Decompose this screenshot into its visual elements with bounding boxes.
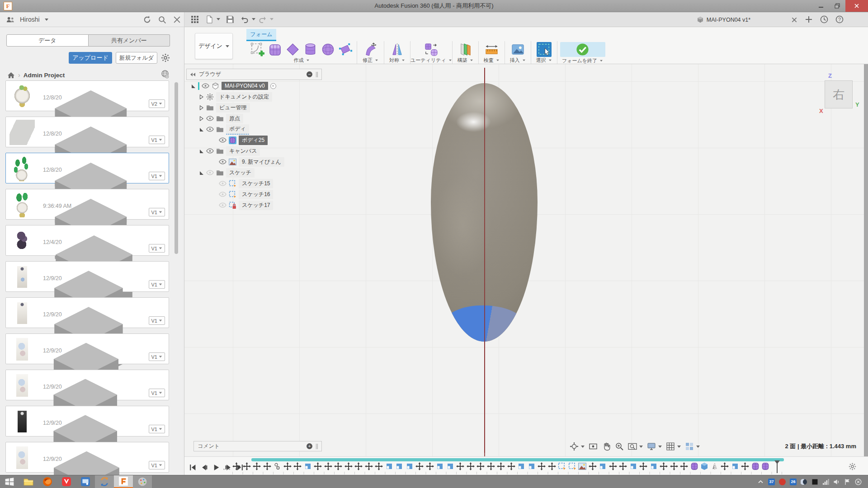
measure-tool-button[interactable] — [484, 42, 499, 57]
toolbar-group-label[interactable]: 作成 — [246, 57, 357, 64]
comment-grip[interactable] — [316, 444, 318, 449]
create-form-button[interactable] — [250, 42, 265, 57]
palette-app-taskbar-button[interactable] — [133, 475, 152, 488]
help-icon[interactable]: ? — [835, 15, 844, 23]
version-chip[interactable]: V1 — [149, 208, 165, 216]
version-chip[interactable]: V1 — [149, 425, 165, 433]
collapse-browser-icon[interactable] — [190, 73, 195, 76]
undo-icon[interactable] — [241, 15, 249, 23]
timeline-feature-move[interactable] — [589, 462, 597, 470]
tface-button[interactable] — [338, 42, 353, 57]
convert-tool-button[interactable] — [424, 42, 439, 57]
history-icon[interactable] — [820, 15, 828, 23]
browser-row[interactable]: スケッチ — [186, 167, 335, 178]
project-card[interactable]: MAI-PYON049:36:49 AMV1 — [5, 189, 169, 220]
flag-icon[interactable] — [844, 479, 851, 485]
version-chip[interactable]: V1 — [149, 136, 165, 144]
sync-app-taskbar-button[interactable] — [95, 475, 114, 488]
toolbar-group-label[interactable]: 修正 — [357, 57, 384, 64]
timeline-feature-mirror[interactable] — [711, 462, 719, 470]
breadcrumb-project[interactable]: Admin Project — [24, 72, 65, 79]
vivaldi-taskbar-button[interactable] — [57, 475, 76, 488]
toolbar-group-label[interactable]: 選択 — [531, 57, 557, 64]
project-card[interactable]: MYPYON-PIN05SP12/9/20V1 — [5, 442, 169, 473]
monitor-app-taskbar-button[interactable] — [76, 475, 95, 488]
timeline-feature-body[interactable] — [761, 462, 769, 470]
project-card[interactable]: MYPYON-PIN04WK12/9/20V1 — [5, 333, 169, 364]
exp-closed-icon[interactable] — [199, 105, 204, 110]
save-icon[interactable] — [226, 15, 234, 23]
browser-row[interactable]: スケッチ15 — [186, 178, 335, 189]
redo-icon[interactable] — [259, 15, 267, 23]
timeline-feature-body[interactable] — [751, 462, 760, 470]
exp-closed-icon[interactable] — [199, 94, 204, 99]
project-card[interactable]: MYPYON-PIN0212/9/20V1 — [5, 261, 169, 292]
project-card[interactable]: MPX0112/4/20V1 — [5, 225, 169, 256]
eye-icon[interactable] — [206, 148, 214, 154]
new-folder-button[interactable]: 新規フォルダ — [116, 52, 157, 64]
browser-row[interactable]: スケッチ17 — [186, 200, 335, 211]
timeline-feature-move[interactable] — [415, 462, 424, 470]
timeline-feature-form[interactable] — [446, 462, 454, 470]
workspace-selector[interactable]: デザイン — [195, 33, 233, 59]
timeline-feature-body[interactable] — [690, 462, 698, 470]
timeline-feature-move[interactable] — [680, 462, 688, 470]
upload-button[interactable]: アップロード — [69, 52, 112, 64]
timeline-feature-move[interactable] — [426, 462, 434, 470]
timeline-feature-move[interactable] — [293, 462, 302, 470]
timeline-feature-move[interactable] — [538, 462, 546, 470]
version-chip[interactable]: V1 — [149, 244, 165, 253]
timeline-feature-move[interactable] — [476, 462, 485, 470]
project-list-scrollbar[interactable] — [175, 82, 178, 254]
speaker-icon[interactable] — [833, 479, 840, 485]
timeline-feature-form[interactable] — [395, 462, 403, 470]
project-card[interactable]: MAI-PYON0212/8/20V1 — [5, 117, 169, 147]
comment-bar[interactable]: コメント + — [193, 441, 322, 451]
tray-badge[interactable]: 37 — [768, 479, 775, 485]
project-card[interactable]: MAI-PYON0112/8/20V2 — [5, 80, 169, 111]
timeline-feature-form[interactable] — [385, 462, 393, 470]
tab-data[interactable]: データ — [6, 34, 89, 47]
insert-image-tool-button[interactable] — [510, 42, 525, 57]
orbit-nav-button[interactable] — [570, 442, 585, 451]
timeline-feature-form[interactable] — [436, 462, 444, 470]
redo-dropdown-caret[interactable] — [270, 18, 274, 20]
timeline-feature-move[interactable] — [487, 462, 495, 470]
timeline-feature-move[interactable] — [497, 462, 505, 470]
tab-shared-members[interactable]: 共有メンバー — [89, 34, 170, 47]
timeline-feature-form[interactable] — [599, 462, 607, 470]
timeline-feature-form[interactable] — [650, 462, 658, 470]
viewcube[interactable]: 右 — [825, 80, 853, 108]
activate-radio[interactable] — [270, 83, 276, 89]
timeline-feature-move[interactable] — [324, 462, 332, 470]
exp-open-icon[interactable] — [199, 127, 204, 132]
timeline-feature-move[interactable] — [507, 462, 515, 470]
construct-tool-button[interactable] — [458, 42, 473, 57]
browser-row[interactable]: ドキュメントの設定 — [186, 91, 335, 102]
timeline-feature-form[interactable] — [731, 462, 739, 470]
eye-icon[interactable] — [206, 170, 214, 175]
settings-gear-icon[interactable] — [161, 53, 170, 62]
timeline-feature-move[interactable] — [456, 462, 464, 470]
grid-menu-icon[interactable] — [191, 15, 199, 23]
timeline-feature-move[interactable] — [232, 462, 241, 470]
timeline-feature-move[interactable] — [334, 462, 342, 470]
timeline-feature-move[interactable] — [609, 462, 617, 470]
eye-icon[interactable] — [202, 83, 209, 89]
timeline-gear-icon[interactable] — [849, 463, 856, 470]
refresh-icon[interactable] — [143, 15, 151, 24]
file-dropdown-caret[interactable] — [217, 18, 220, 20]
timeline-feature-sketch[interactable] — [568, 462, 576, 470]
version-chip[interactable]: V1 — [149, 280, 165, 289]
browser-row[interactable]: スケッチ16 — [186, 189, 335, 200]
timeline-feature-move[interactable] — [639, 462, 647, 470]
project-card[interactable]: MAI-PYON0312/8/20V1 — [5, 153, 169, 183]
display-nav-button[interactable] — [647, 442, 662, 451]
lookat-nav-button[interactable] — [589, 442, 598, 451]
maximize-button[interactable] — [829, 0, 845, 12]
toolbar-group-label[interactable]: 構築 — [453, 57, 478, 64]
timeline-feature-move[interactable] — [253, 462, 261, 470]
timeline-feature-form[interactable] — [406, 462, 414, 470]
timeline-feature-move[interactable] — [314, 462, 322, 470]
file-icon[interactable] — [205, 15, 213, 23]
